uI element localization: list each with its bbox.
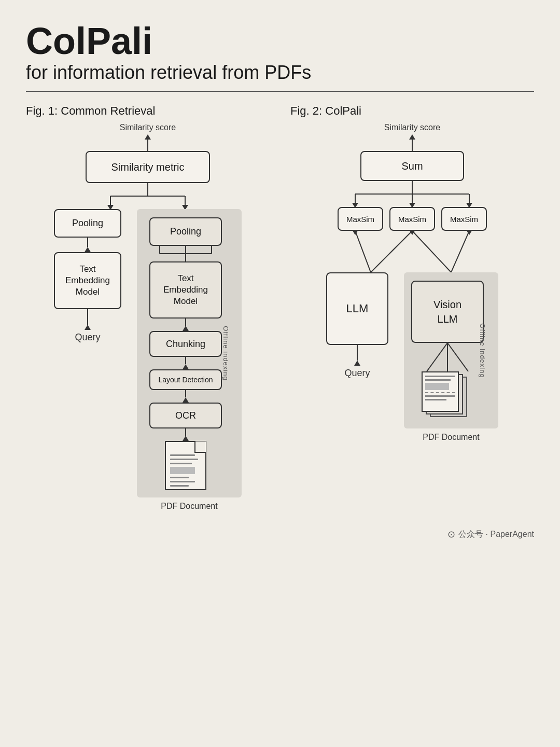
- fig1-pdf-label: PDF Document: [161, 502, 217, 511]
- fig2-right-col: Offline indexing VisionLLM: [404, 272, 498, 444]
- svg-marker-5: [107, 205, 114, 209]
- arrow-line: [147, 140, 148, 151]
- fig1-arrow-pool-left: [85, 238, 91, 252]
- fig2-maxsim1-box: MaxSim: [338, 207, 383, 231]
- arrowhead: [409, 134, 415, 140]
- fig1-query-label: Query: [75, 332, 100, 343]
- sub-title: for information retrieval from PDFs: [26, 62, 534, 84]
- pdf-line: [170, 459, 198, 460]
- arrow-line: [357, 345, 358, 361]
- dashed-line: [425, 392, 455, 393]
- fig2-maxsim2-box: MaxSim: [389, 207, 435, 231]
- pdf-line: [170, 481, 195, 482]
- fig1-similarity-score-label: Similarity score: [120, 123, 176, 132]
- pdf-line: [170, 477, 189, 478]
- fig1-pdf-lines: [166, 442, 205, 493]
- svg-line-27: [412, 231, 451, 272]
- watermark: ⊙ 公众号 · PaperAgent: [447, 529, 534, 540]
- svg-line-28: [451, 231, 469, 272]
- watermark-icon: ⊙: [447, 529, 455, 540]
- fig1-title: Fig. 1: Common Retrieval: [26, 104, 155, 118]
- svg-line-23: [355, 231, 371, 272]
- fig1-pooling-right-box: Pooling: [149, 217, 222, 246]
- fig1-arrow-ocr-layout: [183, 390, 189, 403]
- fig2-fork-svg: [324, 181, 500, 207]
- fig2-bottom-row: LLM Query Offline indexing: [290, 272, 534, 444]
- title-section: ColPali for information retrieval from P…: [26, 21, 534, 84]
- fig2-arrow-query-llm: [354, 345, 360, 366]
- fig1-title-bold: Fig. 1:: [26, 104, 58, 117]
- line: [425, 376, 455, 377]
- svg-line-30: [427, 343, 447, 371]
- fig1-left-col: Pooling TextEmbeddingModel: [54, 209, 121, 513]
- fig1-arrow-to-sim-metric: [145, 134, 151, 151]
- main-title: ColPali: [26, 21, 534, 62]
- pdf-line: [170, 485, 189, 487]
- gray-block: [425, 383, 449, 390]
- fig1-similarity-metric-box: Similarity metric: [86, 151, 210, 183]
- fig2-similarity-score-label: Similarity score: [384, 123, 440, 132]
- fig2-vision-llm-box: VisionLLM: [411, 281, 484, 343]
- fig1-text-embed-right-box: TextEmbeddingModel: [149, 261, 222, 319]
- svg-marker-22: [466, 203, 472, 207]
- fig2-diagram: Similarity score Sum: [290, 123, 534, 444]
- arrowhead: [145, 134, 151, 140]
- fig2-arrow-to-sum: [409, 134, 415, 151]
- fig1-fork-svg: [75, 183, 220, 209]
- fig1-arrow-layout-chunk: [183, 357, 189, 369]
- line: [425, 379, 451, 381]
- pdf-line: [170, 463, 192, 464]
- arrow-line: [185, 319, 186, 326]
- stacked-page-1: [422, 371, 459, 412]
- arrow-line: [185, 390, 186, 397]
- watermark-text: 公众号 · PaperAgent: [458, 529, 534, 540]
- arrowhead: [85, 247, 91, 252]
- figure-2: Fig. 2: ColPali Similarity score Sum: [290, 104, 534, 444]
- arrowhead: [354, 361, 360, 366]
- fig2-left-col: LLM Query: [326, 272, 388, 381]
- title-divider: [26, 91, 534, 92]
- fig2-maxsim3-box: MaxSim: [441, 207, 487, 231]
- fig2-maxsim-row: MaxSim MaxSim MaxSim: [338, 207, 487, 231]
- fig1-right-col: Offline indexing Pooling: [137, 209, 242, 513]
- fig2-offline-wrapper: Offline indexing VisionLLM: [404, 272, 498, 428]
- fig1-arrow-query-left: [85, 309, 91, 330]
- arrowhead: [183, 397, 189, 403]
- fig1-offline-wrapper: Offline indexing Pooling: [137, 209, 242, 497]
- arrow-line: [185, 428, 186, 436]
- arrow-line: [412, 140, 413, 151]
- fig1-diagram: Similarity score Similarity metric: [26, 123, 270, 513]
- fig1-pdf-doc-shape: [165, 441, 206, 490]
- fig1-text-embed-left-box: TextEmbeddingModel: [54, 252, 121, 309]
- svg-line-32: [447, 343, 468, 371]
- fig1-arrow-pdf-ocr: [183, 428, 189, 441]
- line: [425, 399, 446, 400]
- fig2-offline-label: Offline indexing: [479, 323, 486, 378]
- fig2-cross-arrows-svg: [324, 231, 500, 272]
- svg-marker-20: [352, 203, 358, 207]
- fig2-title-normal: ColPali: [325, 104, 361, 117]
- line: [425, 395, 455, 397]
- fig1-offline-label: Offline indexing: [222, 326, 230, 381]
- svg-marker-21: [409, 203, 415, 207]
- bottom-bar: ⊙ 公众号 · PaperAgent: [26, 529, 534, 540]
- arrowhead: [85, 325, 91, 330]
- arrowhead: [183, 436, 189, 441]
- fig1-pdf-icon: [165, 441, 206, 490]
- figure-1: Fig. 1: Common Retrieval Similarity scor…: [26, 104, 270, 513]
- pdf-line: [170, 454, 195, 456]
- fig2-title-bold: Fig. 2:: [290, 104, 322, 117]
- fig2-title: Fig. 2: ColPali: [290, 104, 361, 118]
- fig1-ocr-box: OCR: [149, 403, 222, 428]
- fig1-two-cols: Pooling TextEmbeddingModel: [26, 209, 270, 513]
- fig2-pdf-label: PDF Document: [423, 433, 479, 442]
- fig2-sum-box: Sum: [360, 151, 464, 181]
- fig1-three-arrow-svg: [144, 246, 227, 261]
- fig2-stacked-pdf-icon: [422, 371, 473, 418]
- fig1-layout-detection-box: Layout Detection: [149, 369, 222, 390]
- fig1-arrow-chunk-embed: [183, 319, 189, 331]
- svg-line-25: [371, 231, 412, 272]
- svg-marker-29: [466, 231, 472, 235]
- fig1-chunking-box: Chunking: [149, 331, 222, 357]
- arrow-line: [87, 309, 88, 325]
